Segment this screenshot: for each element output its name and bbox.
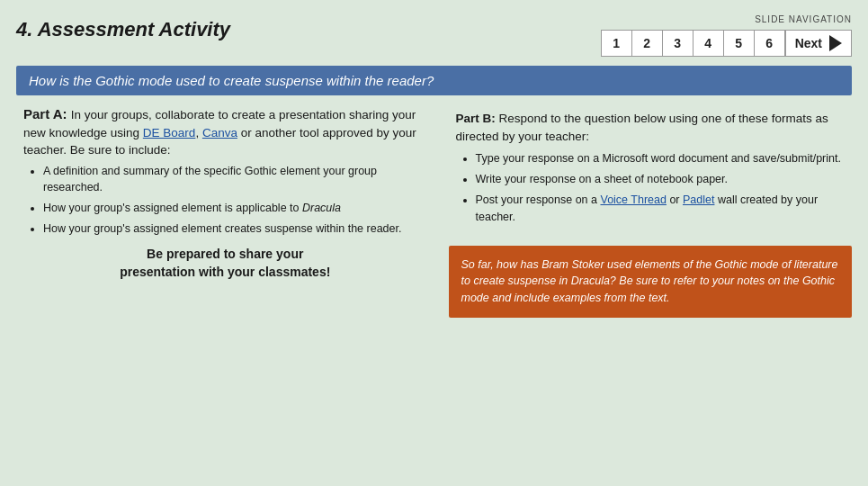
part-a-intro-text: In your groups, collaborate to create a … xyxy=(23,108,416,157)
nav-num-2[interactable]: 2 xyxy=(632,31,663,56)
voice-thread-link[interactable]: Voice Thread xyxy=(600,194,666,206)
part-b-intro: Part B: Respond to the question below us… xyxy=(456,110,846,145)
part-b-section: Part B: Respond to the question below us… xyxy=(449,106,853,237)
nav-num-3[interactable]: 3 xyxy=(663,31,694,56)
part-a-bullet-list: A definition and summary of the specific… xyxy=(23,163,427,238)
next-label: Next xyxy=(795,36,822,50)
left-column: Part A: In your groups, collaborate to c… xyxy=(16,106,434,486)
question-banner: How is the Gothic mode used to create su… xyxy=(16,66,852,95)
list-item: Post your response on a Voice Thread or … xyxy=(476,192,846,224)
next-button[interactable]: Next xyxy=(785,31,851,56)
slide-navigation: SLIDE NAVIGATION 1 2 3 4 5 6 Next xyxy=(601,14,852,57)
part-a-heading: Part A: In your groups, collaborate to c… xyxy=(23,106,427,159)
nav-label: SLIDE NAVIGATION xyxy=(755,14,852,24)
padlet-link[interactable]: Padlet xyxy=(683,194,714,206)
header-row: 4. Assessment Activity SLIDE NAVIGATION … xyxy=(16,14,852,57)
page-wrapper: 4. Assessment Activity SLIDE NAVIGATION … xyxy=(0,0,868,486)
nav-num-6[interactable]: 6 xyxy=(755,31,785,56)
nav-num-5[interactable]: 5 xyxy=(724,31,755,56)
part-a-footer: Be prepared to share yourpresentation wi… xyxy=(23,246,427,281)
next-arrow-icon xyxy=(829,35,842,51)
list-item: How your group's assigned element create… xyxy=(43,220,427,237)
part-b-label: Part B: xyxy=(456,112,496,125)
part-b-bullet-list: Type your response on a Microsoft word d… xyxy=(456,150,846,225)
de-board-link[interactable]: DE Board xyxy=(143,126,196,140)
list-item: Type your response on a Microsoft word d… xyxy=(476,150,846,166)
part-b-intro-text: Respond to the question below using one … xyxy=(456,112,828,143)
nav-num-4[interactable]: 4 xyxy=(694,31,724,56)
content-area: Part A: In your groups, collaborate to c… xyxy=(16,106,852,486)
list-item: A definition and summary of the specific… xyxy=(43,163,427,195)
brown-box: So far, how has Bram Stoker used element… xyxy=(449,246,853,318)
list-item: Write your response on a sheet of notebo… xyxy=(476,171,846,187)
nav-num-1[interactable]: 1 xyxy=(602,31,632,56)
canva-link[interactable]: Canva xyxy=(202,126,237,140)
part-a-label: Part A: xyxy=(23,106,67,122)
list-item: How your group's assigned element is app… xyxy=(43,200,427,216)
nav-controls: 1 2 3 4 5 6 Next xyxy=(601,30,852,57)
right-column: Part B: Respond to the question below us… xyxy=(449,106,853,486)
page-title: 4. Assessment Activity xyxy=(16,14,230,41)
